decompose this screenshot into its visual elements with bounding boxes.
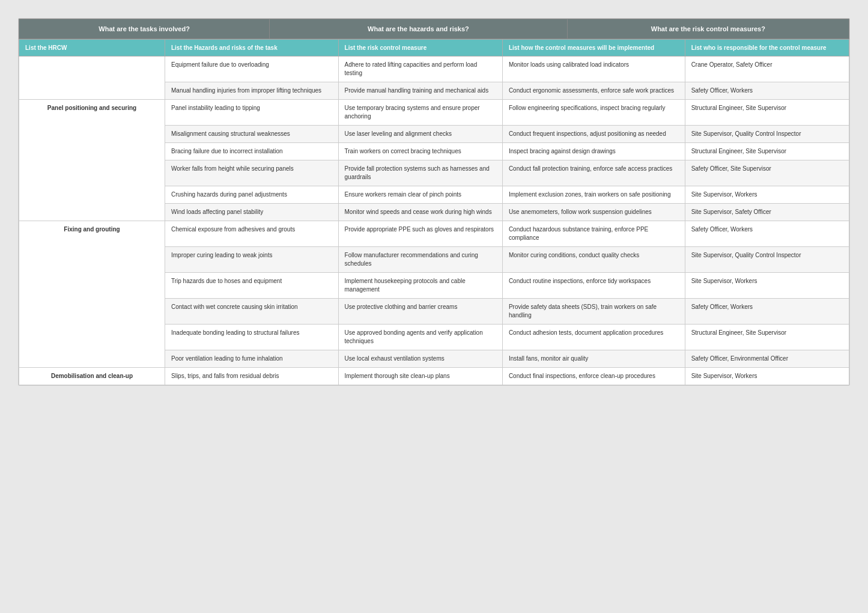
hazard-cell: Improper curing leading to weak joints bbox=[165, 247, 338, 273]
task-cell: Demobilisation and clean-up bbox=[19, 368, 165, 385]
top-header-hazard: What are the hazards and risks? bbox=[270, 19, 567, 39]
measure-cell: Use protective clothing and barrier crea… bbox=[338, 299, 502, 325]
responsible-cell: Site Supervisor, Safety Officer bbox=[685, 204, 849, 221]
measure-cell: Provide fall protection systems such as … bbox=[338, 160, 502, 186]
implement-cell: Provide safety data sheets (SDS), train … bbox=[502, 299, 685, 325]
hazard-cell: Chemical exposure from adhesives and gro… bbox=[165, 221, 338, 247]
measure-cell: Follow manufacturer recommendations and … bbox=[338, 247, 502, 273]
responsible-cell: Structural Engineer, Site Supervisor bbox=[685, 143, 849, 160]
responsible-cell: Safety Officer, Workers bbox=[685, 221, 849, 247]
implement-cell: Implement exclusion zones, train workers… bbox=[502, 186, 685, 204]
table-row: Fixing and groutingChemical exposure fro… bbox=[19, 221, 849, 247]
responsible-cell: Safety Officer, Workers bbox=[685, 299, 849, 325]
table-row: Demobilisation and clean-upSlips, trips,… bbox=[19, 368, 849, 385]
responsible-cell: Safety Officer, Workers bbox=[685, 82, 849, 100]
measure-cell: Ensure workers remain clear of pinch poi… bbox=[338, 186, 502, 204]
hazard-cell: Panel instability leading to tipping bbox=[165, 100, 338, 126]
measure-cell: Provide appropriate PPE such as gloves a… bbox=[338, 221, 502, 247]
measure-cell: Use laser leveling and alignment checks bbox=[338, 126, 502, 143]
sub-header-measure: List the risk control measure bbox=[338, 40, 502, 56]
implement-cell: Monitor loads using calibrated load indi… bbox=[502, 56, 685, 82]
responsible-cell: Site Supervisor, Quality Control Inspect… bbox=[685, 126, 849, 143]
hazard-cell: Equipment failure due to overloading bbox=[165, 56, 338, 82]
implement-cell: Conduct frequent inspections, adjust pos… bbox=[502, 126, 685, 143]
sub-header-hrcw: List the HRCW bbox=[19, 40, 165, 56]
responsible-cell: Safety Officer, Environmental Officer bbox=[685, 350, 849, 368]
implement-cell: Monitor curing conditions, conduct quali… bbox=[502, 247, 685, 273]
measure-cell: Train workers on correct bracing techniq… bbox=[338, 143, 502, 160]
hazard-cell: Worker falls from height while securing … bbox=[165, 160, 338, 186]
hazard-cell: Contact with wet concrete causing skin i… bbox=[165, 299, 338, 325]
implement-cell: Use anemometers, follow work suspension … bbox=[502, 204, 685, 221]
implement-cell: Conduct fall protection training, enforc… bbox=[502, 160, 685, 186]
hazard-cell: Poor ventilation leading to fume inhalat… bbox=[165, 350, 338, 368]
hazard-cell: Manual handling injuries from improper l… bbox=[165, 82, 338, 100]
hazard-cell: Bracing failure due to incorrect install… bbox=[165, 143, 338, 160]
responsible-cell: Site Supervisor, Workers bbox=[685, 273, 849, 299]
implement-cell: Install fans, monitor air quality bbox=[502, 350, 685, 368]
implement-cell: Conduct routine inspections, enforce tid… bbox=[502, 273, 685, 299]
sub-header-hazards: List the Hazards and risks of the task bbox=[165, 40, 338, 56]
hazard-cell: Wind loads affecting panel stability bbox=[165, 204, 338, 221]
task-cell: Panel positioning and securing bbox=[19, 100, 165, 221]
implement-cell: Conduct hazardous substance training, en… bbox=[502, 221, 685, 247]
responsible-cell: Site Supervisor, Quality Control Inspect… bbox=[685, 247, 849, 273]
measure-cell: Monitor wind speeds and cease work durin… bbox=[338, 204, 502, 221]
responsible-cell: Structural Engineer, Site Supervisor bbox=[685, 325, 849, 350]
responsible-cell: Crane Operator, Safety Officer bbox=[685, 56, 849, 82]
risk-assessment-table: What are the tasks involved? What are th… bbox=[18, 18, 850, 386]
hazard-cell: Crushing hazards during panel adjustment… bbox=[165, 186, 338, 204]
implement-cell: Conduct ergonomic assessments, enforce s… bbox=[502, 82, 685, 100]
implement-cell: Conduct adhesion tests, document applica… bbox=[502, 325, 685, 350]
implement-cell: Follow engineering specifications, inspe… bbox=[502, 100, 685, 126]
measure-cell: Use approved bonding agents and verify a… bbox=[338, 325, 502, 350]
implement-cell: Inspect bracing against design drawings bbox=[502, 143, 685, 160]
responsible-cell: Safety Officer, Site Supervisor bbox=[685, 160, 849, 186]
table-row: Equipment failure due to overloadingAdhe… bbox=[19, 56, 849, 82]
measure-cell: Adhere to rated lifting capacities and p… bbox=[338, 56, 502, 82]
responsible-cell: Site Supervisor, Workers bbox=[685, 368, 849, 385]
task-cell: Fixing and grouting bbox=[19, 221, 165, 368]
measure-cell: Implement thorough site clean-up plans bbox=[338, 368, 502, 385]
measure-cell: Use temporary bracing systems and ensure… bbox=[338, 100, 502, 126]
task-cell bbox=[19, 56, 165, 100]
measure-cell: Use local exhaust ventilation systems bbox=[338, 350, 502, 368]
responsible-cell: Structural Engineer, Site Supervisor bbox=[685, 100, 849, 126]
hazard-cell: Slips, trips, and falls from residual de… bbox=[165, 368, 338, 385]
hazard-cell: Inadequate bonding leading to structural… bbox=[165, 325, 338, 350]
responsible-cell: Site Supervisor, Workers bbox=[685, 186, 849, 204]
sub-header-responsible: List who is responsible for the control … bbox=[685, 40, 849, 56]
table-row: Panel positioning and securingPanel inst… bbox=[19, 100, 849, 126]
measure-cell: Provide manual handling training and mec… bbox=[338, 82, 502, 100]
sub-header-implement: List how the control measures will be im… bbox=[502, 40, 685, 56]
hazard-cell: Trip hazards due to hoses and equipment bbox=[165, 273, 338, 299]
hazard-cell: Misalignment causing structural weakness… bbox=[165, 126, 338, 143]
implement-cell: Conduct final inspections, enforce clean… bbox=[502, 368, 685, 385]
top-header-task: What are the tasks involved? bbox=[19, 19, 270, 39]
top-header-controls: What are the risk control measures? bbox=[567, 19, 849, 39]
measure-cell: Implement housekeeping protocols and cab… bbox=[338, 273, 502, 299]
